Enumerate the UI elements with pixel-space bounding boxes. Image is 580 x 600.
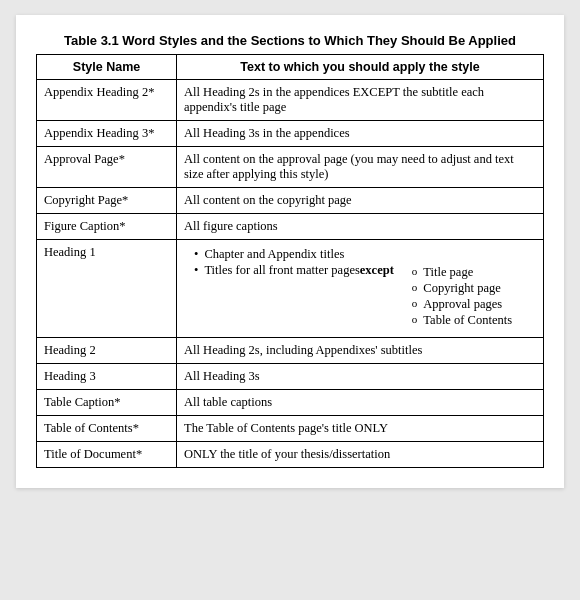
table-title: Table 3.1 Word Styles and the Sections t… — [36, 33, 544, 48]
sub-list-item: Table of Contents — [412, 313, 512, 328]
description-cell: All Heading 2s, including Appendixes' su… — [177, 338, 544, 364]
style-name-cell: Copyright Page* — [37, 188, 177, 214]
table-row: Table Caption*All table captions — [37, 390, 544, 416]
styles-table: Style Name Text to which you should appl… — [36, 54, 544, 468]
description-cell: All figure captions — [177, 214, 544, 240]
description-cell: All Heading 3s in the appendices — [177, 121, 544, 147]
table-row: Table of Contents*The Table of Contents … — [37, 416, 544, 442]
style-name-cell: Table of Contents* — [37, 416, 177, 442]
page-container: Table 3.1 Word Styles and the Sections t… — [16, 15, 564, 488]
style-name-cell: Approval Page* — [37, 147, 177, 188]
table-row: Figure Caption*All figure captions — [37, 214, 544, 240]
style-name-cell: Title of Document* — [37, 442, 177, 468]
style-name-cell: Appendix Heading 3* — [37, 121, 177, 147]
style-name-cell: Heading 1 — [37, 240, 177, 338]
sub-list-item: Approval pages — [412, 297, 512, 312]
table-row: Copyright Page*All content on the copyri… — [37, 188, 544, 214]
style-name-cell: Heading 2 — [37, 338, 177, 364]
style-name-cell: Appendix Heading 2* — [37, 80, 177, 121]
description-cell: All Heading 3s — [177, 364, 544, 390]
description-cell: All table captions — [177, 390, 544, 416]
description-cell: All content on the approval page (you ma… — [177, 147, 544, 188]
table-row: Heading 3All Heading 3s — [37, 364, 544, 390]
style-name-cell: Heading 3 — [37, 364, 177, 390]
table-row: Title of Document*ONLY the title of your… — [37, 442, 544, 468]
description-cell: Chapter and Appendix titlesTitles for al… — [177, 240, 544, 338]
list-item: Chapter and Appendix titles — [194, 247, 536, 262]
table-row: Heading 1Chapter and Appendix titlesTitl… — [37, 240, 544, 338]
table-row: Approval Page*All content on the approva… — [37, 147, 544, 188]
table-row: Heading 2All Heading 2s, including Appen… — [37, 338, 544, 364]
list-item: Titles for all front matter pages except… — [194, 263, 536, 330]
description-cell: ONLY the title of your thesis/dissertati… — [177, 442, 544, 468]
description-cell: All Heading 2s in the appendices EXCEPT … — [177, 80, 544, 121]
style-name-cell: Figure Caption* — [37, 214, 177, 240]
sub-list-item: Title page — [412, 265, 512, 280]
description-cell: The Table of Contents page's title ONLY — [177, 416, 544, 442]
header-description: Text to which you should apply the style — [177, 55, 544, 80]
sub-list-item: Copyright page — [412, 281, 512, 296]
table-row: Appendix Heading 3*All Heading 3s in the… — [37, 121, 544, 147]
style-name-cell: Table Caption* — [37, 390, 177, 416]
description-cell: All content on the copyright page — [177, 188, 544, 214]
header-style-name: Style Name — [37, 55, 177, 80]
table-header-row: Style Name Text to which you should appl… — [37, 55, 544, 80]
table-row: Appendix Heading 2*All Heading 2s in the… — [37, 80, 544, 121]
